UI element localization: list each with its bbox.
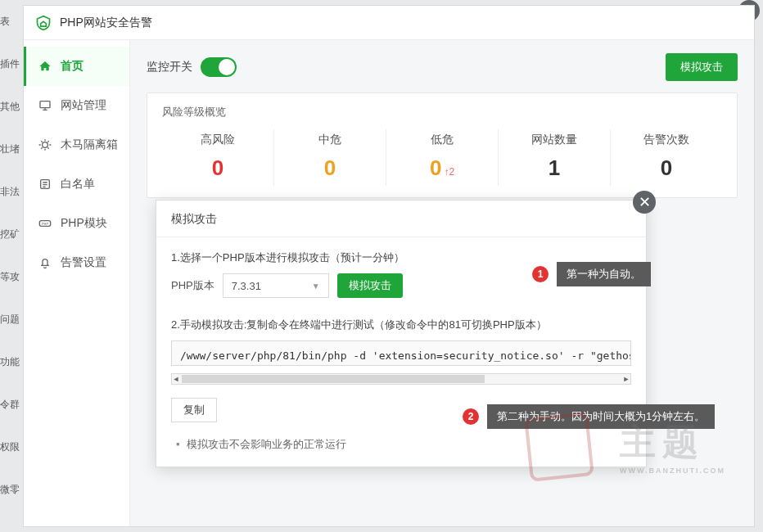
sidebar-item-quarantine[interactable]: 木马隔离箱 [24,125,129,165]
risk-col-medium: 中危 0 [274,129,386,186]
modal-title: 模拟攻击 [156,201,646,237]
sidebar-item-whitelist[interactable]: 白名单 [24,165,129,204]
select-value: 7.3.31 [232,280,261,292]
close-icon[interactable]: ✕ [633,191,656,214]
callout-number-icon: 1 [532,266,549,282]
sidebar-item-label: PHP模块 [61,216,107,231]
svg-rect-0 [40,101,50,108]
step2-text: 2.手动模拟攻击:复制命令在终端中进行测试（修改命令中的81可切换PHP版本） [171,318,631,332]
home-icon [38,59,52,74]
trend-up-icon: ↑2 [444,166,454,178]
risk-col-low: 低危 0↑2 [386,129,499,186]
background-page-fragments: 表插件其他 壮堵非法挖矿 等攻问题功能 令群权限微零 [0,0,21,532]
callout-2: 2 第二种为手动。因为时间大概为1分钟左右。 [463,404,715,429]
callout-1: 1 第一种为自动。 [532,262,651,286]
risk-col-high: 高风险 0 [162,129,274,186]
risk-col-alert-count: 告警次数 0 [611,129,722,186]
monitor-icon [38,98,52,113]
list-icon [38,177,52,192]
scroll-left-icon[interactable]: ◄ [172,375,180,383]
sidebar-item-label: 首页 [61,59,84,74]
risk-label: 网站数量 [499,133,610,147]
monitor-toggle[interactable] [201,57,237,77]
bug-icon [38,138,52,152]
titlebar: PHP网站安全告警 [24,6,754,40]
risk-card-title: 风险等级概览 [162,105,722,119]
risk-value: 0 [162,156,273,181]
risk-value: 0 [611,156,722,181]
risk-label: 告警次数 [611,133,722,147]
risk-label: 低危 [386,133,498,147]
page-title: PHP网站安全告警 [60,16,152,30]
horizontal-scrollbar[interactable]: ◄ ► [171,373,631,385]
callout-number-icon: 2 [463,408,479,425]
sidebar-item-php-module[interactable]: PHP PHP模块 [24,204,129,243]
sidebar-item-alert-settings[interactable]: 告警设置 [24,243,129,282]
php-version-label: PHP版本 [171,278,214,293]
simulate-attack-button[interactable]: 模拟攻击 [666,53,738,81]
callout-text: 第二种为手动。因为时间大概为1分钟左右。 [487,404,715,429]
scroll-right-icon[interactable]: ► [622,375,630,383]
command-textbox[interactable]: /www/server/php/81/bin/php -d 'extension… [171,340,631,366]
bell-icon [38,255,52,270]
svg-point-1 [43,142,48,148]
shield-house-icon [35,15,52,31]
risk-value: 0 [274,156,386,181]
attack-button[interactable]: 模拟攻击 [337,273,403,298]
scrollbar-thumb[interactable] [182,375,485,383]
sidebar-item-home[interactable]: 首页 [24,47,129,86]
risk-overview-card: 风险等级概览 高风险 0 中危 0 低危 0↑2 网站数量 [147,92,738,198]
sidebar-item-label: 木马隔离箱 [61,138,118,152]
risk-value: 1 [499,156,610,181]
copy-button[interactable]: 复制 [171,398,217,422]
content-topbar: 监控开关 模拟攻击 [147,53,738,81]
risk-col-site-count: 网站数量 1 [499,129,611,186]
risk-label: 高风险 [162,133,273,147]
chevron-down-icon: ▼ [312,282,320,291]
sidebar-item-label: 白名单 [61,177,95,192]
php-version-select[interactable]: 7.3.31 ▼ [223,273,329,298]
risk-value: 0↑2 [386,156,498,181]
sidebar-item-label: 网站管理 [61,98,106,113]
monitor-switch-label: 监控开关 [147,60,192,74]
svg-text:PHP: PHP [42,222,49,226]
sidebar-item-label: 告警设置 [61,255,106,270]
sidebar: 首页 网站管理 木马隔离箱 白名单 PHP PHP模块 告警设置 [24,40,130,526]
risk-label: 中危 [274,133,386,147]
callout-text: 第一种为自动。 [557,262,651,286]
sidebar-item-site-manage[interactable]: 网站管理 [24,86,129,125]
php-icon: PHP [38,216,52,231]
modal-note: 模拟攻击不会影响业务的正常运行 [171,437,631,452]
